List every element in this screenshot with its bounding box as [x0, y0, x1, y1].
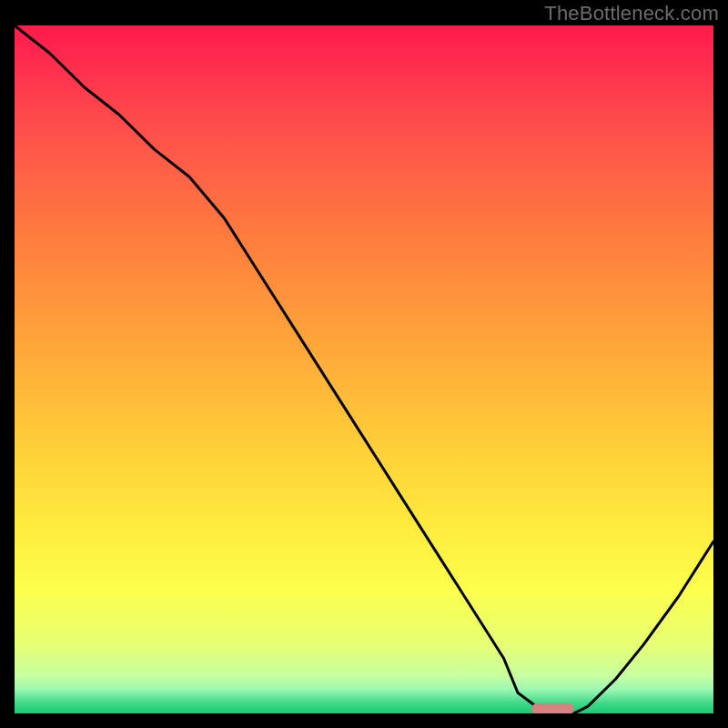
bottleneck-chart — [15, 25, 713, 713]
gradient-background — [15, 25, 713, 713]
plot-container — [15, 25, 713, 713]
watermark-text: TheBottleneck.com — [544, 2, 719, 25]
optimal-range-marker — [531, 703, 573, 713]
chart-frame: TheBottleneck.com — [0, 0, 728, 728]
